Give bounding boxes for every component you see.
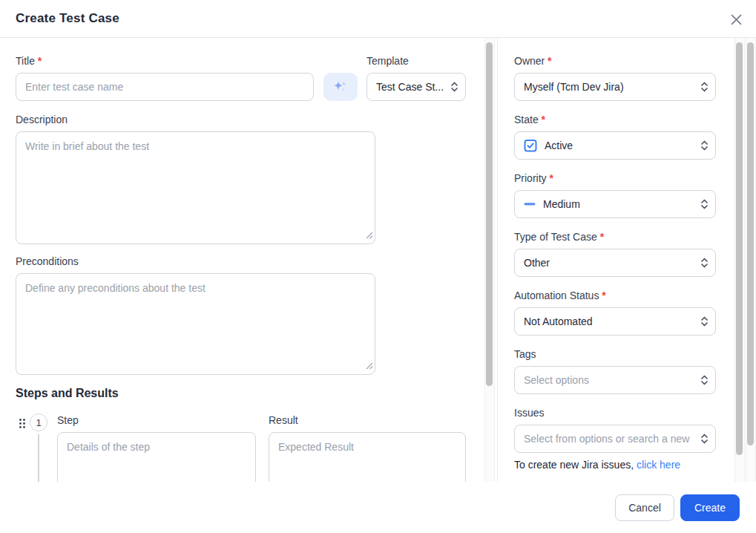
owner-label: Owner — [514, 54, 716, 68]
result-label: Result — [269, 413, 466, 427]
right-panel: Owner Myself (Tcm Dev Jira) State — [499, 38, 756, 482]
create-button[interactable]: Create — [680, 494, 740, 521]
step-row: 1 Step Result — [16, 413, 466, 482]
dialog-header: Create Test Case — [0, 0, 756, 38]
template-label: Template — [367, 54, 466, 68]
template-select[interactable]: Test Case St... — [367, 73, 466, 101]
chevron-updown-icon — [700, 315, 709, 327]
automation-status-select[interactable]: Not Automated — [514, 307, 716, 336]
step-details-textarea[interactable] — [57, 432, 256, 482]
chevron-updown-icon — [700, 198, 709, 210]
chevron-updown-icon — [700, 81, 709, 93]
issues-label: Issues — [514, 406, 716, 419]
create-jira-issues-note: To create new Jira issues, click here — [514, 459, 716, 471]
page-scrollbar-thumb[interactable] — [747, 42, 754, 445]
drag-handle-icon[interactable] — [19, 418, 26, 432]
type-of-test-case-label: Type of Test Case — [514, 230, 716, 243]
state-select[interactable]: Active — [514, 131, 716, 160]
checkbox-checked-icon — [524, 139, 537, 152]
template-value: Test Case St... — [376, 81, 446, 93]
ai-generate-button[interactable] — [323, 73, 358, 101]
chevron-updown-icon — [700, 140, 709, 151]
left-panel-scrollbar-thumb[interactable] — [486, 42, 493, 386]
priority-select[interactable]: Medium — [514, 190, 716, 218]
medium-priority-dash-icon — [524, 202, 536, 206]
step-connector-line — [38, 434, 39, 482]
expected-result-textarea[interactable] — [269, 432, 466, 482]
description-textarea[interactable] — [16, 131, 375, 244]
owner-select[interactable]: Myself (Tcm Dev Jira) — [514, 73, 716, 101]
chevron-updown-icon — [450, 81, 458, 93]
chevron-updown-icon — [700, 257, 709, 269]
click-here-link[interactable]: click here — [637, 459, 680, 471]
priority-value: Medium — [543, 198, 696, 210]
issues-placeholder: Select from options or search a new — [524, 433, 696, 445]
preconditions-textarea[interactable] — [16, 273, 375, 375]
note-text: To create new Jira issues, — [514, 459, 637, 471]
preconditions-label: Preconditions — [16, 255, 466, 268]
title-label: Title — [16, 54, 314, 68]
issues-select[interactable]: Select from options or search a new — [514, 425, 716, 453]
tags-placeholder: Select options — [524, 374, 696, 386]
automation-status-label: Automation Status — [514, 289, 716, 302]
dialog-body: Title Template — [0, 38, 756, 482]
automation-status-value: Not Automated — [524, 315, 696, 327]
priority-label: Priority — [514, 171, 716, 185]
steps-and-results-heading: Steps and Results — [16, 387, 466, 400]
type-of-test-case-value: Other — [524, 257, 696, 269]
dialog-title: Create Test Case — [16, 11, 119, 26]
sparkles-icon — [331, 77, 350, 97]
close-button[interactable] — [728, 11, 744, 27]
chevron-updown-icon — [700, 374, 709, 386]
step-label: Step — [57, 413, 256, 427]
chevron-updown-icon — [700, 433, 709, 445]
tags-select[interactable]: Select options — [514, 366, 716, 394]
close-icon — [730, 13, 743, 26]
left-panel: Title Template — [0, 38, 498, 482]
description-label: Description — [16, 113, 466, 126]
tags-label: Tags — [514, 347, 716, 361]
step-number-badge: 1 — [30, 413, 47, 431]
owner-value: Myself (Tcm Dev Jira) — [524, 81, 696, 93]
cancel-button[interactable]: Cancel — [615, 494, 674, 521]
state-label: State — [514, 113, 716, 126]
dialog-footer: Cancel Create — [0, 482, 756, 533]
create-test-case-dialog: Create Test Case Title — [0, 0, 756, 533]
type-of-test-case-select[interactable]: Other — [514, 249, 716, 277]
title-input[interactable] — [16, 73, 314, 101]
right-panel-scrollbar-thumb[interactable] — [736, 42, 743, 455]
state-value: Active — [545, 140, 696, 151]
